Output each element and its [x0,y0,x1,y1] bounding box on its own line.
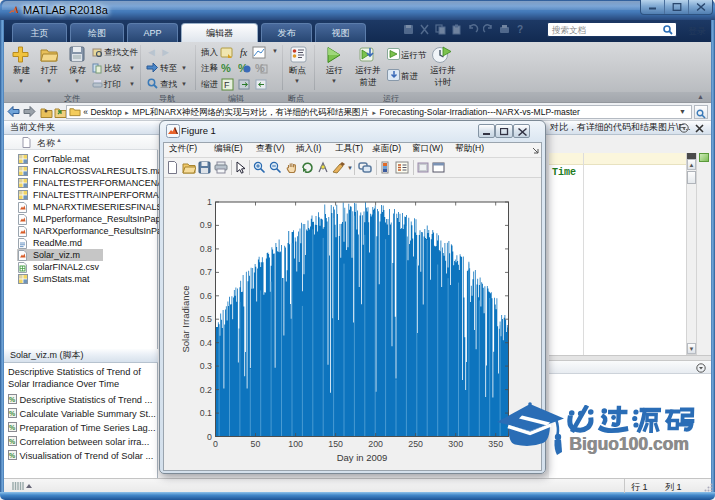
svg-text:200: 200 [368,439,383,449]
svg-text:250: 250 [408,439,423,449]
svg-text:%: % [9,452,16,459]
svg-text:F: F [224,80,230,90]
svg-text:0.4: 0.4 [200,338,212,348]
svg-text:0.2: 0.2 [200,385,212,395]
svg-text:100: 100 [288,439,303,449]
svg-text:0: 0 [207,432,212,442]
svg-text:0.3: 0.3 [200,361,212,371]
svg-text:300: 300 [448,439,463,449]
svg-text:fx: fx [240,47,248,58]
svg-text:Day in 2009: Day in 2009 [337,452,388,463]
svg-text:%: % [9,396,16,403]
svg-text:0.1: 0.1 [200,408,212,418]
svg-text:50: 50 [251,439,261,449]
svg-text:1: 1 [207,197,212,207]
svg-text:0.7: 0.7 [200,267,212,277]
svg-text:?: ? [517,24,523,35]
svg-text:%: % [9,410,16,417]
svg-text:0.9: 0.9 [200,220,212,230]
svg-text:%: % [9,424,16,431]
svg-text:%: % [9,438,16,445]
svg-text:0.8: 0.8 [200,244,212,254]
svg-text:0.5: 0.5 [200,314,212,324]
svg-text:%: % [221,62,231,74]
svg-text:0: 0 [213,439,218,449]
svg-text:0.6: 0.6 [200,291,212,301]
svg-text:150: 150 [328,439,343,449]
svg-text:Solar Irradiance: Solar Irradiance [180,285,191,352]
svg-text:%: % [255,62,265,74]
